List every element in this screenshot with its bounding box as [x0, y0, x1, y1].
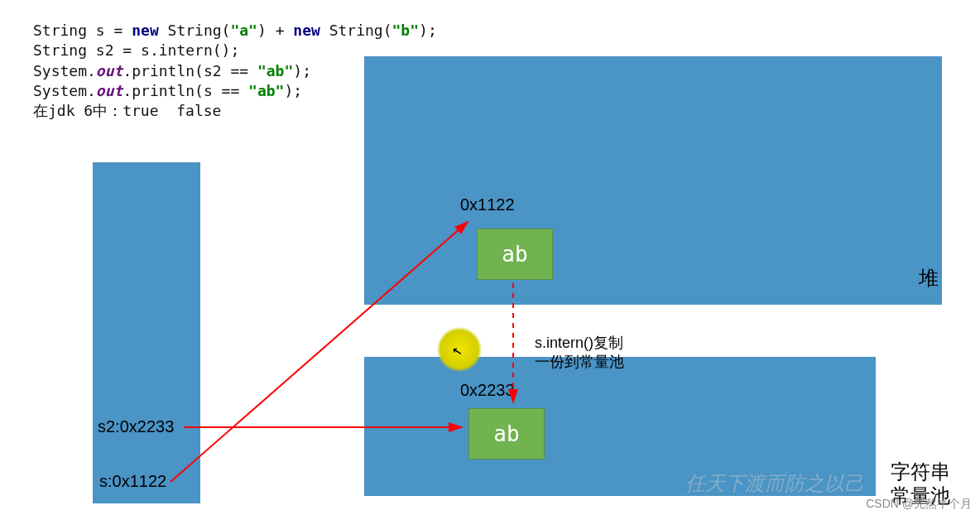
pool-address-label: 0x2233: [460, 381, 515, 400]
stack-var-s2: s2:0x2233: [98, 417, 174, 436]
watermark-faint: 任天下渡而防之以己: [685, 470, 864, 497]
heap-title: 堆: [919, 265, 939, 291]
watermark: CSDN @先熬半个月: [866, 497, 972, 512]
heap-address-label: 0x1122: [460, 195, 515, 214]
stack-var-s: s:0x1122: [99, 472, 166, 491]
heap-panel: [364, 56, 942, 305]
intern-note: s.intern()复制 一份到常量池: [535, 334, 624, 373]
heap-object-ab: ab: [477, 229, 553, 280]
pool-object-ab: ab: [468, 408, 545, 460]
stack-panel: [93, 162, 200, 503]
